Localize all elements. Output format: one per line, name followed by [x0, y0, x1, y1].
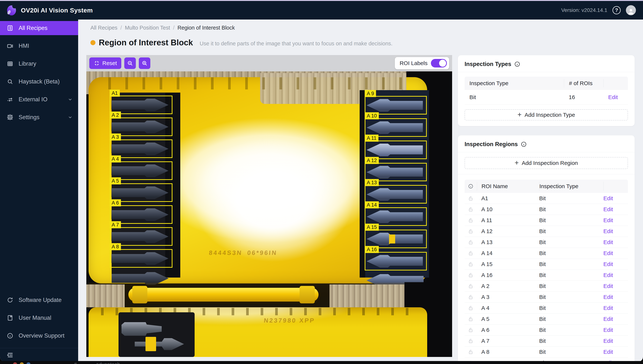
- plus-icon: +: [515, 159, 519, 166]
- sidebar-item-software-update[interactable]: Software Update: [0, 293, 78, 307]
- edit-type-link[interactable]: Edit: [608, 94, 618, 100]
- avatar[interactable]: [626, 5, 636, 15]
- edit-region-link[interactable]: Edit: [603, 338, 613, 344]
- roi-box-a14[interactable]: A 14: [365, 207, 427, 226]
- inspection-type-cell: Bit: [539, 228, 603, 234]
- roi-box-a10[interactable]: A 10: [365, 118, 427, 137]
- roi-labels-switch[interactable]: [431, 59, 447, 68]
- edit-region-link[interactable]: Edit: [603, 305, 613, 311]
- photo-canvas[interactable]: 8444S3N06*96INN237980 XPP A1A 2A 3A 4A 5…: [86, 72, 452, 357]
- chevron-down-icon: [68, 97, 73, 102]
- add-inspection-type-button[interactable]: + Add Inspection Type: [465, 109, 628, 120]
- roi-box-a7[interactable]: A 7: [110, 227, 172, 246]
- roi-box-a2[interactable]: A 2: [110, 118, 172, 136]
- breadcrumb-recipe[interactable]: Multo Position Test: [125, 25, 170, 31]
- roi-box-a16[interactable]: A 16: [365, 252, 427, 270]
- edit-region-link[interactable]: Edit: [603, 206, 613, 212]
- edit-region-link[interactable]: Edit: [603, 272, 613, 278]
- roi-box-a12[interactable]: A 12: [365, 163, 427, 182]
- sidebar-item-hmi[interactable]: HMI: [0, 39, 78, 53]
- roi-box-a11[interactable]: A 11: [365, 140, 427, 159]
- roi-box-a8[interactable]: A 8: [110, 249, 172, 268]
- unlock-icon: [468, 338, 474, 344]
- roi-name-cell: A1: [477, 195, 539, 202]
- edit-region-link[interactable]: Edit: [603, 349, 613, 355]
- roi-box-a3[interactable]: A 3: [110, 140, 172, 158]
- inspection-type-cell: Bit: [539, 338, 603, 344]
- info-icon[interactable]: [521, 141, 527, 147]
- external-io-icon: [7, 96, 14, 103]
- roi-label: A 3: [110, 134, 121, 140]
- table-row: A 13 Bit Edit: [465, 237, 628, 248]
- edit-region-link[interactable]: Edit: [603, 217, 613, 223]
- table-row: A 15 Bit Edit: [465, 259, 628, 270]
- roi-box-a6[interactable]: A 6: [110, 205, 172, 224]
- sidebar-item-label: Library: [19, 60, 36, 67]
- table-row: A 4 Bit Edit: [465, 303, 628, 314]
- unlock-icon: [468, 262, 474, 267]
- roi-labels-toggle[interactable]: ROI Labels: [395, 57, 449, 69]
- roi-label: A 8: [110, 243, 121, 250]
- unlock-icon: [468, 206, 474, 212]
- edit-region-link[interactable]: Edit: [603, 261, 613, 267]
- add-inspection-region-label: Add Inspection Region: [522, 160, 578, 166]
- table-row: A 2 Bit Edit: [465, 281, 628, 292]
- table-row: A 6 Bit Edit: [465, 324, 628, 336]
- table-row: A 12 Bit Edit: [465, 226, 628, 237]
- add-inspection-region-button[interactable]: + Add Inspection Region: [465, 157, 628, 169]
- unlock-icon: [468, 349, 474, 355]
- roi-box-a13[interactable]: A 13: [365, 185, 427, 204]
- roi-box-a4[interactable]: A 4: [110, 161, 172, 180]
- table-row: Bit 16 Edit: [465, 90, 628, 104]
- chevron-down-icon: [68, 115, 73, 120]
- right-panel: Inspection Types Inspection Type # of RO…: [458, 55, 635, 362]
- sidebar-item-external-io[interactable]: External IO: [0, 92, 78, 106]
- edit-region-link[interactable]: Edit: [603, 228, 613, 234]
- edit-region-link[interactable]: Edit: [603, 250, 613, 256]
- reset-view-button[interactable]: Reset: [89, 58, 121, 69]
- sidebar-item-settings[interactable]: Settings: [0, 110, 78, 124]
- collapse-sidebar-button[interactable]: [0, 348, 78, 362]
- zoom-in-button[interactable]: [139, 58, 150, 69]
- roi-label: A 10: [365, 112, 379, 119]
- sidebar-item-user-manual[interactable]: User Manual: [0, 311, 78, 325]
- info-icon[interactable]: [468, 184, 473, 189]
- table-row: A 7 Bit Edit: [465, 336, 628, 346]
- sidebar-item-all-recipes[interactable]: All Recipes: [0, 21, 78, 35]
- roi-box-a1[interactable]: A1: [110, 96, 172, 114]
- roi-box-a15[interactable]: A 15: [365, 230, 427, 248]
- breadcrumb-all-recipes[interactable]: All Recipes: [90, 25, 117, 31]
- edit-region-link[interactable]: Edit: [603, 294, 613, 300]
- taskbar-icon: [13, 362, 17, 364]
- library-grid-icon: [7, 60, 14, 67]
- zoom-out-button[interactable]: [124, 58, 136, 69]
- unlock-icon: [468, 327, 474, 333]
- help-icon[interactable]: ?: [612, 6, 621, 14]
- info-icon[interactable]: [514, 61, 520, 67]
- inspection-type-cell: Bit: [539, 206, 603, 212]
- edit-region-link[interactable]: Edit: [603, 239, 613, 245]
- sidebar-item-overview-support[interactable]: Overview Support: [0, 329, 78, 343]
- roi-box-a5[interactable]: A 5: [110, 183, 172, 202]
- edit-region-link[interactable]: Edit: [603, 316, 613, 322]
- viewer-toolbar: Reset ROI Labels: [86, 55, 452, 72]
- unlock-icon: [468, 316, 474, 322]
- roi-name-cell: A 16: [477, 272, 539, 278]
- edit-region-link[interactable]: Edit: [603, 327, 613, 333]
- roi-box-a9[interactable]: A 9: [365, 96, 427, 114]
- inspection-type-cell: Bit: [539, 217, 603, 224]
- inspection-type-cell: Bit: [539, 305, 603, 311]
- sidebar-item-label: Settings: [19, 114, 40, 121]
- roi-label: A 2: [110, 112, 121, 118]
- col-roi-count: # of ROIs: [564, 79, 603, 87]
- unlock-icon: [468, 240, 474, 245]
- unlock-icon: [468, 283, 474, 289]
- edit-region-link[interactable]: Edit: [603, 195, 613, 201]
- edit-region-link[interactable]: Edit: [603, 283, 613, 289]
- roi-name-cell: A 2: [477, 283, 539, 289]
- roi-label: A 16: [365, 246, 379, 253]
- sidebar-item-library[interactable]: Library: [0, 57, 78, 71]
- sidebar-item-haystack[interactable]: Haystack (Beta): [0, 74, 78, 89]
- table-row: A 10 Bit Edit: [465, 204, 628, 215]
- table-row: A 5 Bit Edit: [465, 314, 628, 324]
